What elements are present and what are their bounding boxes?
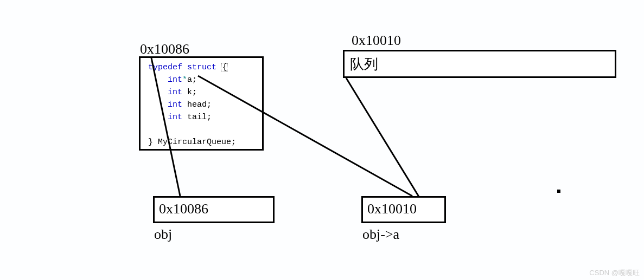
struct-code: typedef struct { int*a; int k; int head;… — [148, 61, 236, 148]
line-queue-to-obj-a — [346, 78, 419, 197]
obj-a-box: 0x10010 — [361, 196, 446, 223]
obj-box: 0x10086 — [153, 196, 275, 223]
queue-label: 队列 — [350, 55, 378, 74]
connector-lines — [0, 0, 644, 280]
struct-box: typedef struct { int*a; int k; int head;… — [139, 56, 264, 151]
watermark: CSDN @嘎嘎旺 — [589, 268, 640, 278]
queue-box: 队列 — [343, 50, 616, 78]
stray-dot — [557, 190, 560, 193]
obj-value: 0x10086 — [159, 201, 208, 217]
diagram-canvas: 0x10086 typedef struct { int*a; int k; i… — [0, 0, 644, 280]
obj-a-caption: obj->a — [362, 226, 399, 243]
obj-caption: obj — [154, 226, 172, 243]
struct-address-label: 0x10086 — [140, 41, 189, 57]
obj-a-value: 0x10010 — [367, 201, 417, 217]
queue-address-label: 0x10010 — [352, 32, 401, 49]
